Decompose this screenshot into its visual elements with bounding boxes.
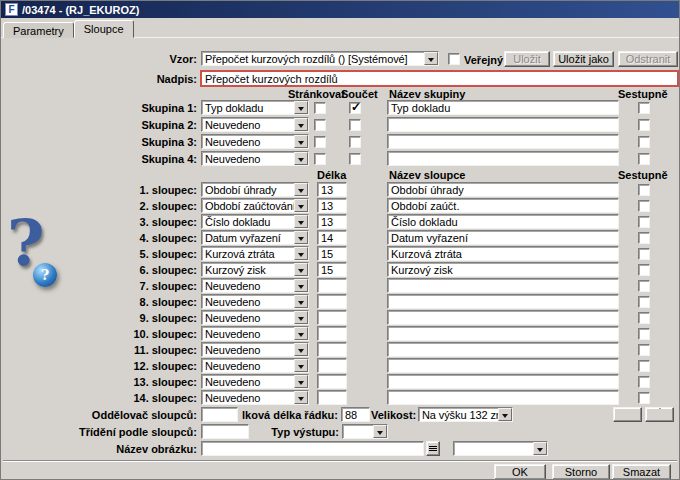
storno-button[interactable]: Storno bbox=[552, 464, 610, 480]
group-2-nazev-input[interactable] bbox=[387, 117, 619, 132]
column-3-nazev-input[interactable] bbox=[387, 214, 619, 229]
chevron-down-icon[interactable] bbox=[294, 199, 308, 212]
column-1-nazev-input[interactable] bbox=[387, 182, 619, 197]
move-up-button[interactable] bbox=[613, 407, 642, 422]
column-9-sestupne-checkbox[interactable] bbox=[638, 312, 650, 324]
column-14-nazev-input[interactable] bbox=[387, 390, 619, 405]
chevron-down-icon[interactable] bbox=[294, 295, 308, 308]
chevron-down-icon[interactable] bbox=[294, 152, 308, 165]
column-2-combo[interactable]: Období zaúčtování bbox=[201, 198, 309, 213]
group-1-combo[interactable]: Typ dokladu bbox=[201, 100, 309, 115]
odstranit-button[interactable]: Odstranit bbox=[618, 51, 678, 67]
chevron-down-icon[interactable] bbox=[294, 263, 308, 276]
column-4-delka-input[interactable] bbox=[317, 230, 347, 245]
chevron-down-icon[interactable] bbox=[294, 375, 308, 388]
move-down-button[interactable] bbox=[645, 407, 674, 422]
group-1-sestupne-checkbox[interactable] bbox=[638, 102, 650, 114]
column-8-nazev-input[interactable] bbox=[387, 294, 619, 309]
column-4-nazev-input[interactable] bbox=[387, 230, 619, 245]
nadpis-input[interactable] bbox=[200, 70, 679, 87]
ulozit-button[interactable]: Uložit bbox=[504, 51, 550, 67]
column-1-combo[interactable]: Období úhrady bbox=[201, 182, 309, 197]
chevron-down-icon[interactable] bbox=[294, 231, 308, 244]
column-2-nazev-input[interactable] bbox=[387, 198, 619, 213]
typ-vystupu-combo[interactable] bbox=[342, 424, 388, 439]
group-3-soucet-checkbox[interactable] bbox=[349, 136, 361, 148]
column-5-delka-input[interactable] bbox=[317, 246, 347, 261]
column-14-combo[interactable]: Neuvedeno bbox=[201, 390, 309, 405]
column-7-combo[interactable]: Neuvedeno bbox=[201, 278, 309, 293]
smazat-button[interactable]: Smazat bbox=[612, 464, 671, 480]
verejny-checkbox[interactable] bbox=[448, 53, 460, 65]
ok-button[interactable]: OK bbox=[494, 464, 546, 480]
group-2-sestupne-checkbox[interactable] bbox=[638, 119, 650, 131]
group-4-sestupne-checkbox[interactable] bbox=[638, 153, 650, 165]
group-1-nazev-input[interactable] bbox=[387, 100, 619, 115]
column-12-nazev-input[interactable] bbox=[387, 358, 619, 373]
tab-sloupce[interactable]: Sloupce bbox=[74, 20, 134, 38]
ulozit-jako-button[interactable]: Uložit jako bbox=[553, 51, 614, 67]
column-3-sestupne-checkbox[interactable] bbox=[638, 216, 650, 228]
chevron-down-icon[interactable] bbox=[294, 247, 308, 260]
column-10-combo[interactable]: Neuvedeno bbox=[201, 326, 309, 341]
column-11-combo[interactable]: Neuvedeno bbox=[201, 342, 309, 357]
group-1-soucet-checkbox[interactable] bbox=[349, 102, 361, 114]
column-14-sestupne-checkbox[interactable] bbox=[638, 392, 650, 404]
vzor-combo[interactable]: Přepočet kurzových rozdílů () [Systémové… bbox=[201, 51, 439, 66]
column-13-sestupne-checkbox[interactable] bbox=[638, 376, 650, 388]
velikost-combo[interactable]: Na výšku 132 zn. bbox=[418, 407, 513, 422]
column-3-delka-input[interactable] bbox=[317, 214, 347, 229]
chevron-down-icon[interactable] bbox=[294, 135, 308, 148]
group-4-combo[interactable]: Neuvedeno bbox=[201, 151, 309, 166]
group-4-soucet-checkbox[interactable] bbox=[349, 153, 361, 165]
column-4-sestupne-checkbox[interactable] bbox=[638, 232, 650, 244]
tab-parametry[interactable]: Parametry bbox=[3, 22, 74, 38]
chevron-down-icon[interactable] bbox=[294, 311, 308, 324]
chevron-down-icon[interactable] bbox=[294, 359, 308, 372]
column-9-nazev-input[interactable] bbox=[387, 310, 619, 325]
column-6-nazev-input[interactable] bbox=[387, 262, 619, 277]
column-8-delka-input[interactable] bbox=[317, 294, 347, 309]
column-4-combo[interactable]: Datum vyřazení bbox=[201, 230, 309, 245]
group-3-strankovat-checkbox[interactable] bbox=[314, 136, 326, 148]
chevron-down-icon[interactable] bbox=[373, 425, 387, 438]
column-9-delka-input[interactable] bbox=[317, 310, 347, 325]
group-2-strankovat-checkbox[interactable] bbox=[314, 119, 326, 131]
chevron-down-icon[interactable] bbox=[498, 408, 512, 421]
column-13-delka-input[interactable] bbox=[317, 374, 347, 389]
nazev-obrazku-input[interactable] bbox=[201, 441, 424, 456]
trideni-input[interactable] bbox=[201, 424, 249, 439]
group-3-nazev-input[interactable] bbox=[387, 134, 619, 149]
chevron-down-icon[interactable] bbox=[294, 279, 308, 292]
column-6-combo[interactable]: Kurzový zisk bbox=[201, 262, 309, 277]
column-5-nazev-input[interactable] bbox=[387, 246, 619, 261]
column-8-sestupne-checkbox[interactable] bbox=[638, 296, 650, 308]
chevron-down-icon[interactable] bbox=[294, 183, 308, 196]
oddelovac-input[interactable] bbox=[201, 407, 238, 422]
column-1-sestupne-checkbox[interactable] bbox=[638, 184, 650, 196]
chevron-down-icon[interactable] bbox=[533, 442, 547, 455]
delka-radku-input[interactable] bbox=[341, 407, 370, 422]
group-1-strankovat-checkbox[interactable] bbox=[314, 102, 326, 114]
column-7-delka-input[interactable] bbox=[317, 278, 347, 293]
group-3-combo[interactable]: Neuvedeno bbox=[201, 134, 309, 149]
column-11-sestupne-checkbox[interactable] bbox=[638, 344, 650, 356]
column-10-nazev-input[interactable] bbox=[387, 326, 619, 341]
column-6-sestupne-checkbox[interactable] bbox=[638, 264, 650, 276]
group-4-nazev-input[interactable] bbox=[387, 151, 619, 166]
column-7-nazev-input[interactable] bbox=[387, 278, 619, 293]
column-14-delka-input[interactable] bbox=[317, 390, 347, 405]
chevron-down-icon[interactable] bbox=[294, 391, 308, 404]
column-5-combo[interactable]: Kurzová ztráta bbox=[201, 246, 309, 261]
column-12-delka-input[interactable] bbox=[317, 358, 347, 373]
column-9-combo[interactable]: Neuvedeno bbox=[201, 310, 309, 325]
chevron-down-icon[interactable] bbox=[294, 118, 308, 131]
column-6-delka-input[interactable] bbox=[317, 262, 347, 277]
group-3-sestupne-checkbox[interactable] bbox=[638, 136, 650, 148]
obrazek-combo[interactable] bbox=[453, 441, 548, 456]
chevron-down-icon[interactable] bbox=[294, 343, 308, 356]
column-2-delka-input[interactable] bbox=[317, 198, 347, 213]
chevron-down-icon[interactable] bbox=[294, 101, 308, 114]
group-4-strankovat-checkbox[interactable] bbox=[314, 153, 326, 165]
group-2-combo[interactable]: Neuvedeno bbox=[201, 117, 309, 132]
